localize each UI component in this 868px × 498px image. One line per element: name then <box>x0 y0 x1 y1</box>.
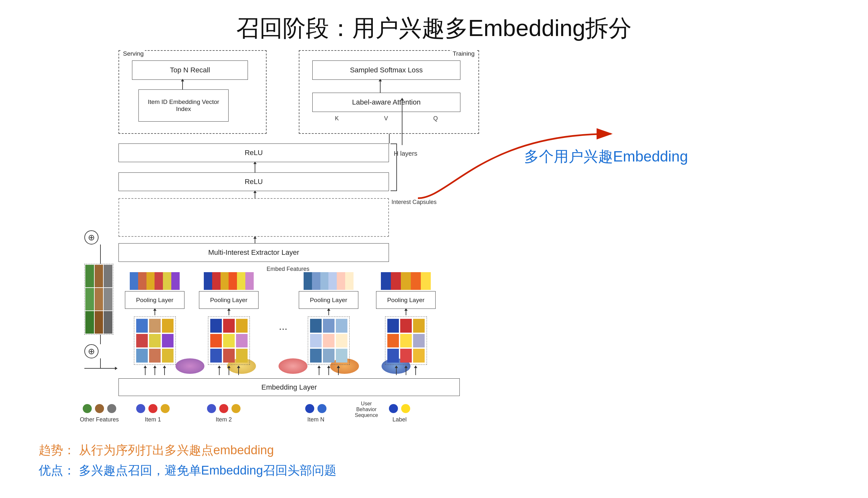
v-label: V <box>384 115 388 122</box>
bottom-captions: 趋势： 从行为序列打出多兴趣点embedding 优点： 多兴趣点召回，避免单E… <box>39 442 336 479</box>
relu1-text: ReLU <box>245 149 263 157</box>
item1-group: Item 1 <box>136 404 170 423</box>
relu2-text: ReLU <box>245 178 263 186</box>
embed-dashed-4 <box>385 317 427 365</box>
item2-group: Item 2 <box>207 404 241 423</box>
item-id-embed-box: Item ID Embedding Vector Index <box>138 89 229 122</box>
adv-prefix: 优点： <box>39 463 75 477</box>
h-layers-label: H layers <box>394 150 417 157</box>
multi-interest-text: Multi-Interest Extractor Layer <box>208 248 299 257</box>
pooling-group-2: Pooling Layer <box>199 272 258 375</box>
item-id-embed-text: Item ID Embedding Vector Index <box>141 99 226 113</box>
itemn-group: Item N <box>305 404 327 423</box>
plus-circle-1: ⊕ <box>84 230 99 245</box>
adv-text: 多兴趣点召回，避免单Embedding召回头部问题 <box>79 463 336 477</box>
label-label: Label <box>389 416 410 423</box>
arrow-relu1-to-relu2 <box>255 162 255 172</box>
arrow-embed-to-topn <box>182 80 183 89</box>
sampled-softmax-box: Sampled Softmax Loss <box>312 61 460 80</box>
blue-caption: 多个用户兴趣Embedding <box>524 147 688 167</box>
pooling-group-4: Pooling Layer <box>376 272 436 375</box>
embed-dashed-1 <box>134 317 176 365</box>
embedding-layer-box: Embedding Layer <box>118 378 460 396</box>
pooling-group-1: Pooling Layer <box>125 272 184 375</box>
color-strip-2 <box>204 272 254 290</box>
other-features-label: Other Features <box>80 416 119 423</box>
serving-box: Serving Top N Recall Item ID Embedding V… <box>118 50 267 134</box>
trend-prefix: 趋势： <box>39 443 75 457</box>
embed-dashed-2 <box>208 317 250 365</box>
embed-dashed-3 <box>308 317 350 365</box>
color-strip-1 <box>130 272 180 290</box>
pooling-group-3: Pooling Layer <box>299 272 358 375</box>
page-title: 召回阶段：用户兴趣多Embedding拆分 <box>0 0 868 50</box>
multi-interest-box: Multi-Interest Extractor Layer <box>118 243 389 262</box>
plus-circle-2: ⊕ <box>84 344 99 358</box>
embed-features-label: Embed Features <box>267 266 309 273</box>
embedding-layer-text: Embedding Layer <box>261 383 317 392</box>
arrow-capsule-to-multi <box>255 237 255 243</box>
training-label: Training <box>451 50 476 57</box>
label-aware-attn-box: Label-aware Attention <box>312 93 460 112</box>
top-n-recall-box: Top N Recall <box>132 61 248 80</box>
arrow-label-to-softmax <box>380 80 381 93</box>
pooling-box-2: Pooling Layer <box>199 291 258 309</box>
pooling-box-1: Pooling Layer <box>125 291 184 309</box>
label-to-q-line <box>402 99 403 145</box>
itemn-label: Item N <box>305 416 327 423</box>
dots-label: ... <box>279 320 288 332</box>
pooling-box-3: Pooling Layer <box>299 291 358 309</box>
red-arrow-svg <box>418 115 756 227</box>
serving-label: Serving <box>122 50 145 57</box>
relu-box-1: ReLU <box>118 143 389 162</box>
caption-adv: 优点： 多兴趣点召回，避免单Embedding召回头部问题 <box>39 462 336 479</box>
diagram-container: Serving Top N Recall Item ID Embedding V… <box>80 50 788 388</box>
color-strip-4 <box>381 272 431 290</box>
arrow-training-down <box>389 134 390 143</box>
other-features-group: Other Features <box>80 404 119 423</box>
top-n-recall-text: Top N Recall <box>170 66 210 74</box>
relu-box-2: ReLU <box>118 172 389 191</box>
color-strip-3 <box>304 272 354 290</box>
other-features-plus-area: ⊕ ⊕ <box>84 230 117 369</box>
label-group: Label <box>389 404 410 423</box>
item2-label: Item 2 <box>207 416 241 423</box>
trend-text: 从行为序列打出多兴趣点embedding <box>79 443 274 457</box>
k-label: K <box>335 115 339 122</box>
label-aware-attn-text: Label-aware Attention <box>352 98 421 106</box>
caption-trend: 趋势： 从行为序列打出多兴趣点embedding <box>39 442 336 458</box>
sampled-softmax-text: Sampled Softmax Loss <box>350 66 423 74</box>
user-behavior-label: User BehaviorSequence <box>350 401 382 418</box>
item1-label: Item 1 <box>136 416 170 423</box>
pooling-box-4: Pooling Layer <box>376 291 436 309</box>
interest-capsules-box <box>118 198 389 237</box>
arrow-relu2-to-capsules <box>255 191 255 198</box>
